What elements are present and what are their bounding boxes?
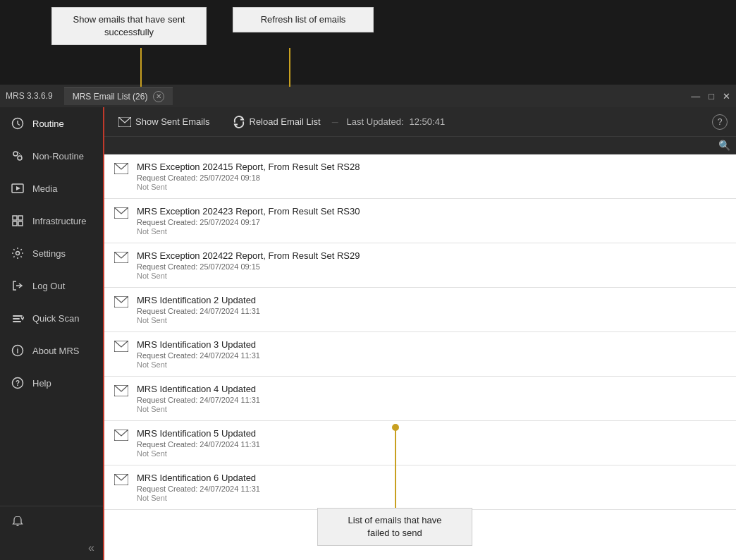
window-controls: — □ ✕ <box>691 91 730 102</box>
email-status: Not Sent <box>137 360 726 369</box>
email-item[interactable]: MRS Identification 3 Updated Request Cre… <box>104 332 736 377</box>
envelope-icon <box>114 430 128 444</box>
sidebar-item-quick-scan[interactable]: Quick Scan <box>0 302 103 334</box>
tooltip-failed-list: List of emails that have failed to send <box>317 508 472 546</box>
svg-line-2 <box>18 124 20 126</box>
minimize-button[interactable]: — <box>691 91 700 102</box>
tooltip-refresh: Refresh list of emails <box>233 7 374 32</box>
tooltip-show-sent-line <box>140 48 142 87</box>
app-title: MRS 3.3.6.9 <box>6 91 53 101</box>
email-created: Request Created: 25/07/2024 09:18 <box>137 174 726 182</box>
svg-point-4 <box>18 156 22 160</box>
svg-rect-10 <box>13 221 17 226</box>
sidebar-label-media: Media <box>32 183 57 194</box>
separator: – <box>332 116 338 128</box>
email-item[interactable]: MRS Exception 202422 Report, From Result… <box>104 243 736 288</box>
title-bar: MRS 3.3.6.9 MRS Email List (26) ✕ — □ ✕ <box>0 85 736 107</box>
svg-rect-16 <box>13 321 21 322</box>
sidebar-label-log-out: Log Out <box>32 281 65 291</box>
envelope-icon <box>114 252 128 266</box>
tooltip-failed-line <box>395 427 396 518</box>
sidebar-label-quick-scan: Quick Scan <box>32 313 79 324</box>
sidebar-bottom: « <box>0 506 103 560</box>
email-item[interactable]: MRS Exception 202415 Report, From Result… <box>104 154 736 199</box>
email-status: Not Sent <box>137 183 726 191</box>
sidebar-item-about-mrs[interactable]: i About MRS <box>0 334 103 367</box>
notification-icon <box>10 513 25 529</box>
sidebar-label-routine: Routine <box>32 118 64 129</box>
main-panel: Show Sent Emails Reload Email List – Las… <box>104 107 736 560</box>
tooltip-show-sent: Show emails that have sent successfully <box>51 7 207 45</box>
email-subject: MRS Identification 6 Updated <box>137 473 726 483</box>
email-item[interactable]: MRS Identification 6 Updated Request Cre… <box>104 465 736 510</box>
sidebar-item-log-out[interactable]: Log Out <box>0 269 103 302</box>
email-list: MRS Exception 202415 Report, From Result… <box>104 154 736 560</box>
email-item[interactable]: MRS Identification 2 Updated Request Cre… <box>104 288 736 332</box>
sidebar-item-non-routine[interactable]: Non-Routine <box>0 140 103 172</box>
svg-rect-11 <box>18 221 23 226</box>
svg-marker-7 <box>16 186 20 190</box>
content-area: Routine Non-Routine <box>0 107 736 560</box>
email-created: Request Created: 24/07/2024 11:31 <box>137 485 726 493</box>
sidebar-item-infrastructure[interactable]: Infrastructure <box>0 205 103 237</box>
email-created: Request Created: 24/07/2024 11:31 <box>137 351 726 360</box>
sidebar-item-help[interactable]: ? Help <box>0 367 103 399</box>
sidebar-item-routine[interactable]: Routine <box>0 107 103 140</box>
svg-rect-9 <box>18 216 23 220</box>
email-item[interactable]: MRS Exception 202423 Report, From Result… <box>104 199 736 243</box>
email-status: Not Sent <box>137 316 726 324</box>
email-status: Not Sent <box>137 272 726 280</box>
help-button[interactable]: ? <box>712 114 728 130</box>
email-subject: MRS Exception 202415 Report, From Result… <box>137 162 726 172</box>
email-details: MRS Identification 3 Updated Request Cre… <box>137 339 726 369</box>
email-created: Request Created: 25/07/2024 09:15 <box>137 262 726 271</box>
settings-icon <box>10 245 25 261</box>
help-icon: ? <box>10 375 25 391</box>
email-subject: MRS Identification 2 Updated <box>137 295 726 305</box>
sidebar-item-settings[interactable]: Settings <box>0 237 103 269</box>
main-tab[interactable]: MRS Email List (26) ✕ <box>64 87 173 105</box>
sidebar-item-media[interactable]: Media <box>0 172 103 205</box>
maximize-button[interactable]: □ <box>709 91 714 102</box>
toolbar: Show Sent Emails Reload Email List – Las… <box>104 107 736 137</box>
envelope-icon <box>114 296 128 310</box>
email-status: Not Sent <box>137 494 726 502</box>
email-details: MRS Exception 202423 Report, From Result… <box>137 206 726 236</box>
media-icon <box>10 181 25 196</box>
email-status: Not Sent <box>137 227 726 236</box>
app-window: MRS 3.3.6.9 MRS Email List (26) ✕ — □ ✕ <box>0 85 736 560</box>
email-subject: MRS Exception 202422 Report, From Result… <box>137 250 726 261</box>
email-created: Request Created: 24/07/2024 11:31 <box>137 440 726 449</box>
sidebar-label-non-routine: Non-Routine <box>32 151 84 162</box>
email-item[interactable]: MRS Identification 5 Updated Request Cre… <box>104 421 736 465</box>
svg-rect-15 <box>13 318 20 319</box>
email-subject: MRS Exception 202423 Report, From Result… <box>137 206 726 217</box>
svg-rect-8 <box>13 216 17 220</box>
close-button[interactable]: ✕ <box>723 91 730 102</box>
email-item[interactable]: MRS Identification 4 Updated Request Cre… <box>104 377 736 421</box>
email-details: MRS Identification 2 Updated Request Cre… <box>137 295 726 324</box>
show-sent-button[interactable]: Show Sent Emails <box>113 114 216 130</box>
email-subject: MRS Identification 3 Updated <box>137 339 726 350</box>
svg-rect-14 <box>13 315 23 317</box>
tooltip-refresh-line <box>289 48 290 87</box>
reload-button[interactable]: Reload Email List <box>227 113 326 131</box>
search-bar: 🔍 <box>104 137 736 154</box>
svg-point-12 <box>16 252 20 255</box>
sidebar-label-settings: Settings <box>32 248 66 259</box>
sidebar-collapse-button[interactable]: « <box>0 536 103 560</box>
svg-point-3 <box>13 152 18 156</box>
show-sent-label: Show Sent Emails <box>135 116 210 127</box>
email-created: Request Created: 25/07/2024 09:17 <box>137 218 726 226</box>
email-subject: MRS Identification 5 Updated <box>137 428 726 439</box>
email-created: Request Created: 24/07/2024 11:31 <box>137 396 726 404</box>
sidebar-label-infrastructure: Infrastructure <box>32 216 87 226</box>
email-subject: MRS Identification 4 Updated <box>137 384 726 394</box>
sidebar-label-help: Help <box>32 378 51 389</box>
non-routine-icon <box>10 148 25 164</box>
search-icon[interactable]: 🔍 <box>718 140 730 151</box>
email-details: MRS Exception 202422 Report, From Result… <box>137 250 726 280</box>
tooltip-failed-dot <box>392 424 399 431</box>
tab-close-button[interactable]: ✕ <box>153 91 164 102</box>
last-updated-time: 12:50:41 <box>410 116 446 127</box>
